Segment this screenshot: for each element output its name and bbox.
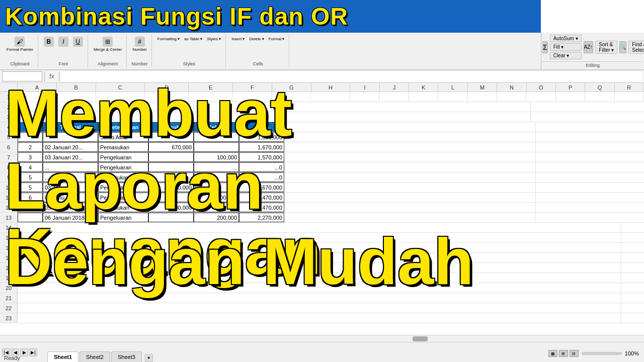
fill-button[interactable]: Fill ▾ (550, 43, 582, 51)
cell-c9[interactable]: Pemasukan (98, 172, 148, 182)
cell-f8[interactable]: ...0 (239, 162, 284, 172)
cell-a1[interactable] (18, 92, 57, 102)
cell-e5[interactable] (194, 132, 239, 142)
cell-g3[interactable] (279, 112, 531, 122)
cell-d2[interactable] (148, 102, 194, 112)
cell-a6[interactable]: 2 (18, 142, 43, 152)
cell-b2[interactable] (58, 102, 98, 112)
col-header-e[interactable]: E (189, 83, 233, 92)
cell-a2[interactable] (18, 102, 58, 112)
cell-g10[interactable] (284, 183, 536, 192)
cell-f7[interactable]: 1,570,000 (239, 152, 284, 162)
col-header-p[interactable]: P (556, 83, 585, 92)
zoom-slider[interactable] (582, 352, 622, 355)
cell-c8[interactable]: Pengeluaran (98, 162, 148, 172)
cell-k1[interactable] (409, 92, 438, 102)
cell-f5[interactable]: 1,000,000 (239, 132, 284, 142)
cell-d13[interactable] (148, 213, 194, 222)
merge-center-button[interactable]: ⊞ Merge & Center (92, 36, 123, 53)
normal-view-icon[interactable]: ▦ (548, 350, 557, 357)
cell-c7[interactable]: Pengeluaran (98, 152, 148, 162)
cell-b10[interactable]: 03 Jan... (43, 183, 98, 192)
cell-c1[interactable] (96, 92, 145, 102)
cell-b5[interactable] (43, 132, 98, 142)
formula-input[interactable] (61, 71, 642, 81)
cell-f4-saldo[interactable]: Saldo (239, 122, 284, 132)
cell-f1[interactable] (233, 92, 272, 102)
sheet-tab-1[interactable]: Sheet1 (47, 351, 78, 362)
col-header-f[interactable]: F (233, 83, 272, 92)
cell-a9[interactable]: 5 (18, 172, 43, 182)
cell-n1[interactable] (497, 92, 526, 102)
sheet-tab-3[interactable]: Sheet3 (111, 351, 142, 362)
cell-c4-keterangan[interactable]: Keterangan (98, 122, 148, 132)
horizontal-scrollbar[interactable] (0, 335, 644, 342)
cell-b11[interactable]: 04 Janu...8 (43, 193, 98, 202)
find-select-button[interactable]: Find &Select ▾ (628, 41, 644, 54)
cell-g11[interactable] (284, 193, 536, 202)
cell-b3[interactable] (58, 112, 98, 122)
cell-e4-keluar[interactable]: Keluar (194, 122, 239, 132)
cell-o1[interactable] (526, 92, 555, 102)
cell-f11[interactable]: 1,470,000 (239, 193, 284, 202)
cell-a8[interactable]: 4 (18, 162, 43, 172)
cell-e2[interactable] (194, 102, 239, 112)
col-header-k[interactable]: K (409, 83, 438, 92)
page-break-icon[interactable]: ⊟ (570, 350, 579, 357)
cell-a4-no[interactable]: No. (18, 122, 43, 132)
cell-d9[interactable]: ... (148, 172, 194, 182)
cell-a10[interactable]: 5 (18, 183, 43, 192)
col-header-r[interactable]: R (615, 83, 644, 92)
cell-a7[interactable]: 3 (18, 152, 43, 162)
italic-button[interactable]: I (57, 36, 70, 48)
format-button[interactable]: Format ▾ (267, 36, 286, 42)
cell-c5[interactable]: Saldo Awal (98, 132, 148, 142)
cell-d11[interactable] (148, 193, 194, 202)
cell-a19[interactable] (18, 273, 621, 283)
cell-g1[interactable] (272, 92, 311, 102)
col-header-n[interactable]: N (497, 83, 526, 92)
cell-b9[interactable]: ... (43, 172, 98, 182)
cell-a11[interactable]: 6 (18, 193, 43, 202)
autosum-icon[interactable]: Σ (542, 41, 548, 53)
format-as-table-button[interactable]: as Table ▾ (183, 36, 204, 42)
cell-q1[interactable] (585, 92, 614, 102)
cell-c11[interactable]: Pengeluaran (98, 193, 148, 202)
cell-c10[interactable]: Pengeluaran (98, 183, 148, 192)
cell-a21[interactable] (18, 293, 621, 303)
cell-e11[interactable]: 200,000 (194, 193, 239, 202)
cell-e6[interactable] (194, 142, 239, 152)
col-header-a[interactable]: A (18, 83, 57, 92)
cell-d10[interactable]: 100,000 (148, 183, 194, 192)
cell-f12[interactable]: 2,470,000 (239, 203, 284, 212)
cell-f6[interactable]: 1,670,000 (239, 142, 284, 152)
cell-c13[interactable]: Pengeluaran (98, 213, 148, 222)
cell-d12[interactable]: 1,000,000 (148, 203, 194, 212)
cell-a16[interactable] (18, 243, 621, 252)
scrollbar-thumb[interactable] (413, 336, 428, 341)
cell-a23[interactable] (18, 313, 621, 323)
cell-g12[interactable] (284, 203, 536, 212)
cell-d7[interactable] (148, 152, 194, 162)
col-header-c[interactable]: C (96, 83, 145, 92)
cell-d8[interactable] (148, 162, 194, 172)
cell-a15[interactable] (18, 233, 621, 242)
cell-d4-masuk[interactable]: Masuk (148, 122, 194, 132)
cell-l1[interactable] (438, 92, 467, 102)
cell-g7[interactable] (284, 152, 536, 162)
cell-c12[interactable]: Pemasukan (98, 203, 148, 212)
add-sheet-button[interactable]: ✦ (145, 354, 153, 362)
cell-e8[interactable]: ... (194, 162, 239, 172)
tab-last-button[interactable]: ▶| (29, 348, 37, 356)
col-header-d[interactable]: D (145, 83, 189, 92)
cell-g6[interactable] (284, 142, 536, 152)
cell-e3[interactable] (194, 112, 239, 122)
col-header-m[interactable]: M (468, 83, 497, 92)
cell-e10[interactable] (194, 183, 239, 192)
col-header-o[interactable]: O (527, 83, 556, 92)
cell-b6[interactable]: 02 Januari 20... (43, 142, 98, 152)
format-painter-button[interactable]: 🖌 Format Painter (5, 36, 35, 53)
sheet-tab-2[interactable]: Sheet2 (79, 351, 110, 362)
autosum-button[interactable]: AutoSum ▾ (550, 35, 582, 42)
cell-e9[interactable] (194, 172, 239, 182)
